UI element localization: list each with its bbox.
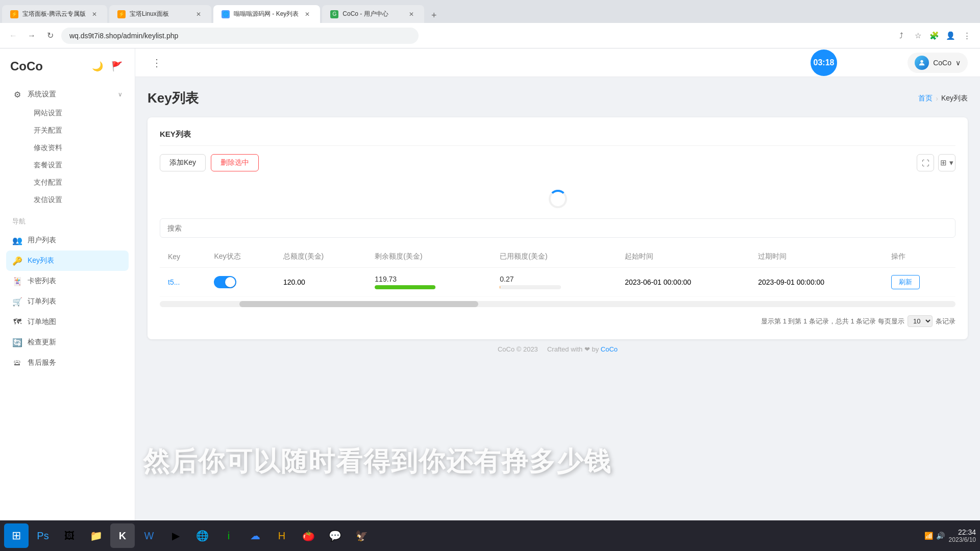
main-content: ⋮ 03:18 CoCo ∨ Key列表 首页 › Key列 (135, 48, 980, 551)
add-key-button[interactable]: 添加Key (160, 154, 206, 171)
sidebar-item-card-list[interactable]: 🃏 卡密列表 (6, 271, 129, 291)
delete-selected-button[interactable]: 删除选中 (211, 154, 259, 171)
per-page-select[interactable]: 10 20 50 (908, 315, 933, 327)
tab-1-close[interactable]: ✕ (90, 10, 99, 19)
taskbar-wechat[interactable]: 💬 (323, 523, 347, 548)
sidebar-item-payment-config[interactable]: 支付配置 (28, 174, 129, 191)
taskbar-photoshop[interactable]: Ps (31, 523, 55, 548)
status-toggle[interactable] (214, 276, 236, 288)
taskbar-folder[interactable]: 📁 (84, 523, 108, 548)
back-button[interactable]: ← (6, 29, 20, 43)
browser-chrome: ⚡ 宝塔面板-腾讯云专属版 ✕ ⚡ 宝塔Linux面板 ✕ 🌐 嗡嗡嗡源码网 -… (0, 0, 980, 48)
taskbar-chrome[interactable]: 🌐 (190, 523, 214, 548)
taskbar-h[interactable]: H (270, 523, 294, 548)
share-icon[interactable]: ⤴ (894, 29, 909, 43)
sidebar-label-after-sales: 售后服务 (28, 358, 56, 367)
taskbar-eagle[interactable]: 🦅 (349, 523, 374, 548)
cell-status (206, 268, 275, 297)
tab-4[interactable]: G CoCo - 用户中心 ✕ (322, 5, 424, 23)
sidebar-item-modify-info[interactable]: 修改资料 (28, 139, 129, 157)
reload-button[interactable]: ↻ (43, 29, 57, 43)
breadcrumb-home[interactable]: 首页 (918, 94, 933, 103)
dark-mode-icon[interactable]: 🌙 (90, 59, 105, 74)
sidebar-label-check-update: 检查更新 (28, 338, 56, 347)
more-icon[interactable]: ⋮ (960, 29, 974, 43)
sidebar-item-switch-config[interactable]: 开关配置 (28, 122, 129, 139)
sidebar-label-order-list: 订单列表 (28, 297, 56, 306)
content-area: Key列表 首页 › Key列表 KEY列表 添加Key 删除选中 ⛶ ⊞ ▾ (135, 77, 980, 371)
taskbar-file-manager[interactable]: 🖼 (57, 523, 82, 548)
card-title: KEY列表 (160, 130, 955, 146)
cell-start: 2023-06-01 00:00:00 (617, 268, 750, 297)
cell-remaining: 119.73 (366, 268, 492, 297)
used-value: 0.27 (500, 275, 608, 283)
bookmark-icon[interactable]: ☆ (911, 29, 925, 43)
loading-spinner (160, 180, 955, 218)
tab-4-favicon: G (330, 10, 338, 18)
taskbar-player[interactable]: ▶ (163, 523, 188, 548)
app-layout: CoCo 🌙 🚩 ⚙ 系统设置 ∨ 网站设置 开关配置 修改资料 套餐设置 支付… (0, 48, 980, 551)
taskbar-k[interactable]: K (110, 523, 135, 548)
taskbar-tomato[interactable]: 🍅 (296, 523, 321, 548)
footer-brand: CoCo (601, 345, 618, 353)
key-table: Key Key状态 总额度(美金) 剩余额度(美金) 已用额度(美金) 起始时间… (160, 246, 955, 297)
sidebar-item-after-sales[interactable]: 🛎 售后服务 (6, 353, 129, 373)
key-list-icon: 🔑 (12, 256, 22, 266)
used-fill (500, 285, 500, 289)
sidebar-item-order-list[interactable]: 🛒 订单列表 (6, 291, 129, 312)
notification-icon[interactable]: 🚩 (109, 59, 125, 74)
user-button[interactable]: CoCo ∨ (908, 53, 968, 73)
search-input[interactable] (160, 218, 955, 238)
forward-button[interactable]: → (24, 29, 39, 43)
address-input[interactable]: wq.ds9t7i8.shop/admin/keylist.php (61, 28, 419, 44)
per-page-suffix: 条记录 (936, 317, 955, 326)
sidebar-item-system-settings[interactable]: ⚙ 系统设置 ∨ (6, 84, 129, 105)
sidebar-item-package-settings[interactable]: 套餐设置 (28, 157, 129, 174)
avatar (915, 56, 929, 70)
sidebar-item-website-settings[interactable]: 网站设置 (28, 105, 129, 122)
profile-icon[interactable]: 👤 (943, 29, 958, 43)
fullscreen-button[interactable]: ⛶ (917, 154, 934, 171)
start-button[interactable]: ⊞ (4, 523, 29, 548)
scrollbar-thumb (239, 301, 478, 307)
sidebar-item-email-config[interactable]: 发信设置 (28, 191, 129, 209)
tab-3[interactable]: 🌐 嗡嗡嗡源码网 - Key列表 ✕ (213, 5, 320, 23)
tab-4-close[interactable]: ✕ (407, 10, 416, 19)
new-tab-button[interactable]: + (426, 8, 442, 23)
cell-end: 2023-09-01 00:00:00 (750, 268, 883, 297)
pagination: 显示第 1 到第 1 条记录，总共 1 条记录 每页显示 10 20 50 条记… (160, 315, 955, 327)
refresh-button[interactable]: 刷新 (891, 275, 920, 289)
th-status: Key状态 (206, 246, 275, 268)
sidebar-menu: ⚙ 系统设置 ∨ 网站设置 开关配置 修改资料 套餐设置 支付配置 发信设置 导… (0, 84, 135, 373)
tab-1[interactable]: ⚡ 宝塔面板-腾讯云专属版 ✕ (2, 5, 107, 23)
tab-3-favicon: 🌐 (222, 10, 230, 18)
remaining-fill (375, 285, 435, 289)
sidebar-label-key-list: Key列表 (28, 256, 54, 265)
columns-button[interactable]: ⊞ ▾ (938, 154, 955, 171)
sidebar-item-order-map[interactable]: 🗺 订单地图 (6, 312, 129, 332)
horizontal-scrollbar[interactable] (160, 301, 955, 307)
header-menu-button[interactable]: ⋮ (148, 54, 166, 72)
tab-3-close[interactable]: ✕ (303, 10, 312, 19)
taskbar-iqiyi[interactable]: i (216, 523, 241, 548)
extension-icon[interactable]: 🧩 (927, 29, 941, 43)
taskbar-baiduyun[interactable]: ☁ (243, 523, 267, 548)
logo-text: CoCo (10, 59, 43, 73)
remaining-value: 119.73 (375, 275, 483, 283)
sidebar-item-user-list[interactable]: 👥 用户列表 (6, 230, 129, 251)
breadcrumb: 首页 › Key列表 (918, 94, 968, 103)
th-start: 起始时间 (617, 246, 750, 268)
tab-2-close[interactable]: ✕ (194, 10, 203, 19)
tab-bar: ⚡ 宝塔面板-腾讯云专属版 ✕ ⚡ 宝塔Linux面板 ✕ 🌐 嗡嗡嗡源码网 -… (0, 0, 980, 23)
th-used: 已用额度(美金) (492, 246, 617, 268)
sidebar-item-key-list[interactable]: 🔑 Key列表 (6, 251, 129, 271)
tab-1-label: 宝塔面板-腾讯云专属版 (22, 10, 86, 18)
taskbar-word[interactable]: W (137, 523, 161, 548)
tab-2[interactable]: ⚡ 宝塔Linux面板 ✕ (109, 5, 211, 23)
sidebar-label-order-map: 订单地图 (28, 317, 56, 327)
sidebar-item-check-update[interactable]: 🔄 检查更新 (6, 332, 129, 353)
cell-total: 120.00 (275, 268, 366, 297)
th-remaining: 剩余额度(美金) (366, 246, 492, 268)
logo-icons: 🌙 🚩 (90, 59, 125, 74)
sidebar-label-card-list: 卡密列表 (28, 277, 56, 286)
